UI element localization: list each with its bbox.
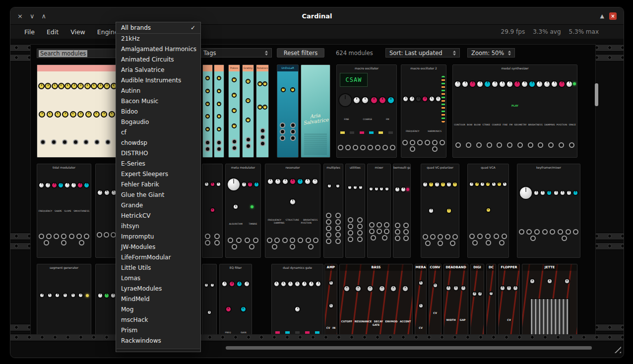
brand-option-glue-the-giant[interactable]: Glue the Giant bbox=[116, 190, 200, 200]
brand-option-hetrickcv[interactable]: HetrickCV bbox=[116, 211, 200, 221]
port-jack bbox=[205, 240, 210, 245]
knob bbox=[489, 291, 494, 296]
module-digi[interactable]: DIGI bbox=[470, 264, 484, 335]
module-mera[interactable]: MERACV bbox=[415, 264, 427, 335]
module-macro-oscillator[interactable]: macro oscillatorCSAWFINECOARSEFM bbox=[336, 64, 397, 158]
module-panel[interactable] bbox=[214, 64, 224, 158]
brand-option-prism[interactable]: Prism bbox=[116, 325, 200, 336]
module-eq-filter[interactable]: EQ filterFREQGAIN bbox=[219, 264, 252, 335]
module-jette[interactable]: JETTE bbox=[522, 264, 577, 335]
module-conv[interactable]: CONVCV bbox=[429, 264, 442, 335]
port-jack bbox=[272, 244, 277, 249]
vertical-scrollbar[interactable] bbox=[595, 83, 598, 106]
brand-option-21khz[interactable]: 21kHz bbox=[116, 34, 200, 44]
module-mixer[interactable]: mixer bbox=[367, 164, 391, 258]
module-panel[interactable] bbox=[37, 64, 125, 158]
brand-option-bacon-music[interactable]: Bacon Music bbox=[116, 96, 200, 107]
module-tidal-modulator[interactable]: tidal modulatorFREQUENCYSHAPESLOPESMOOTH… bbox=[37, 164, 91, 258]
module-panel-body: FREQUENCYSTRUCTUREBRIGHTNESSDAMPINGPOSIT… bbox=[266, 171, 319, 256]
brand-option-autinn[interactable]: Autinn bbox=[116, 86, 200, 96]
module-title bbox=[202, 164, 222, 171]
module-resonator[interactable]: resonatorFREQUENCYSTRUCTUREBRIGHTNESSDAM… bbox=[265, 164, 320, 258]
module-panel[interactable] bbox=[202, 264, 217, 335]
brand-option-bogaudio[interactable]: Bogaudio bbox=[116, 117, 200, 127]
port-jack bbox=[445, 234, 450, 240]
brand-option-expert-sleepers[interactable]: Expert Sleepers bbox=[116, 169, 200, 180]
brand-option-all-brands[interactable]: All brands ✓ bbox=[116, 22, 200, 33]
module-bass[interactable]: BASSCUTOFFRESONANCEDECAYENVMODACCENTGATE bbox=[339, 264, 413, 335]
brand-option-mindmeld[interactable]: MindMeld bbox=[116, 294, 200, 304]
chevron-down-icon[interactable]: ∨ bbox=[30, 12, 35, 20]
close-icon[interactable]: × bbox=[17, 12, 23, 20]
module-panel[interactable] bbox=[202, 64, 213, 158]
brand-option-lifeformmodular[interactable]: LifeFormModular bbox=[116, 252, 200, 263]
brand-option-ihtsyn[interactable]: ihtsyn bbox=[116, 221, 200, 232]
brand-option-audible-instruments[interactable]: Audible Instruments bbox=[116, 75, 200, 86]
module-macro-oscillator-2[interactable]: macro oscillator 2FREQUENCYHARMONICS bbox=[401, 64, 446, 158]
module-undular[interactable]: UnDuLaR bbox=[277, 64, 299, 158]
port-jack bbox=[61, 234, 66, 239]
eject-icon[interactable]: ▲ bbox=[600, 13, 604, 19]
brand-option-amalgamated-harmonics[interactable]: Amalgamated Harmonics bbox=[116, 44, 200, 55]
horizontal-scrollbar[interactable] bbox=[226, 346, 592, 350]
menu-scrollbar[interactable] bbox=[117, 349, 200, 352]
port-jack bbox=[384, 222, 389, 228]
brand-option-bidoo[interactable]: Bidoo bbox=[116, 107, 200, 117]
close-window-icon[interactable]: × bbox=[609, 12, 617, 20]
port-jack bbox=[382, 145, 388, 150]
module-bernoulli-gate[interactable]: bernoulli gate bbox=[393, 164, 411, 258]
module-meta-modulator[interactable]: meta modulatorALGORITHMTIMBRE bbox=[225, 164, 261, 258]
module-keyframer-mixer[interactable]: keyframer/mixer bbox=[517, 164, 580, 258]
module-amp[interactable]: AMPCVIN bbox=[324, 264, 337, 335]
module-flopper[interactable]: FLOPPERCV bbox=[498, 264, 520, 335]
port-jack bbox=[450, 241, 455, 246]
menu-file[interactable]: File bbox=[18, 28, 41, 36]
module-utilities[interactable]: utilities bbox=[345, 164, 365, 258]
brand-option-mog[interactable]: Mog bbox=[116, 304, 200, 315]
brand-option-grande[interactable]: Grande bbox=[116, 200, 200, 211]
knob bbox=[491, 80, 499, 88]
param-label: CV bbox=[433, 311, 437, 314]
module-panel[interactable]: Aria Salvatrice bbox=[301, 64, 330, 158]
param-label: SLOPE bbox=[64, 210, 71, 212]
knob bbox=[308, 281, 315, 287]
brand-option-impromptu[interactable]: Impromptu bbox=[116, 232, 200, 242]
brand-option-distrho[interactable]: DISTRHO bbox=[116, 148, 200, 159]
module-dual-dynamics-gate[interactable]: dual dynamics gate bbox=[271, 264, 323, 335]
module-modal-synthesizer[interactable]: modal synthesizerPLAYCONTOURBOWBLOWSTRIK… bbox=[452, 64, 577, 158]
brand-option-e-series[interactable]: E-Series bbox=[116, 159, 200, 169]
brand-option-lyraemodules[interactable]: LyraeModules bbox=[116, 284, 200, 294]
module-quad-vca[interactable]: quad VCA bbox=[467, 164, 509, 258]
menu-edit[interactable]: Edit bbox=[41, 28, 64, 36]
module-panel[interactable] bbox=[202, 164, 223, 258]
brand-option-fehler-fabrik[interactable]: Fehler Fabrik bbox=[116, 180, 200, 190]
menu-view[interactable]: View bbox=[64, 28, 91, 36]
knob bbox=[289, 178, 296, 185]
module-multiples[interactable]: multiples bbox=[323, 164, 343, 258]
module-title: macro oscillator bbox=[337, 65, 396, 71]
knob bbox=[485, 182, 491, 187]
module-grabby[interactable]: Grabby bbox=[242, 64, 254, 158]
module-dc[interactable]: DC bbox=[486, 264, 496, 335]
brand-option-lomas[interactable]: Lomas bbox=[116, 273, 200, 284]
module-deadband[interactable]: DEADBANDWIDTHGAP bbox=[443, 264, 468, 335]
port-label-chip bbox=[360, 131, 364, 134]
port-label-chip bbox=[369, 131, 374, 134]
brand-option-chowdsp[interactable]: chowdsp bbox=[116, 138, 200, 148]
knob bbox=[428, 208, 434, 214]
brand-option-little-utils[interactable]: Little Utils bbox=[116, 263, 200, 273]
module-panel-body bbox=[273, 271, 322, 335]
brand-option-cf[interactable]: cf bbox=[116, 127, 200, 138]
brand-option-animated-circuits[interactable]: Animated Circuits bbox=[116, 55, 200, 65]
chevron-up-icon[interactable]: ∧ bbox=[41, 12, 46, 20]
module-quad-vc-polarizer[interactable]: quad VC-polarizer bbox=[421, 164, 459, 258]
brand-option-aria-salvatrice[interactable]: Aria Salvatrice bbox=[116, 65, 200, 75]
module-segment-generator[interactable]: segment generator bbox=[37, 264, 91, 335]
module-pokies[interactable]: Pokies bbox=[228, 64, 240, 158]
brand-option-rackwindows[interactable]: Rackwindows bbox=[116, 336, 200, 346]
led-column bbox=[442, 76, 445, 123]
module-rotatoes[interactable]: Rotatoes bbox=[256, 64, 269, 158]
knob bbox=[246, 98, 251, 103]
brand-option-mschack[interactable]: mscHack bbox=[116, 315, 200, 325]
brand-option-jw-modules[interactable]: JW-Modules bbox=[116, 242, 200, 252]
